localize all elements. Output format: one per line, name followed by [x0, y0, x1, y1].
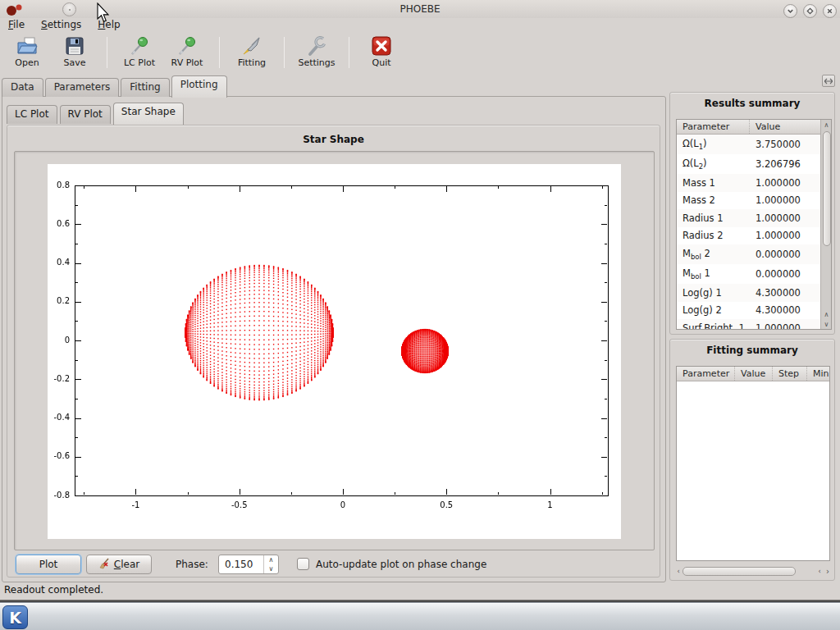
phase-spin-buttons[interactable]: ∧ ∨: [263, 555, 278, 573]
table-row[interactable]: Mbol 10.000000: [677, 264, 831, 284]
phase-spinbox[interactable]: 0.150 ∧ ∨: [218, 555, 279, 574]
value-cell: 1.000000: [749, 194, 801, 206]
parameter-cell: Log(g) 1: [677, 287, 749, 299]
value-cell: 4.300000: [749, 304, 801, 316]
settings-icon: [306, 35, 327, 57]
mouse-cursor: [97, 2, 112, 26]
column-header-value[interactable]: Value: [749, 120, 819, 134]
scroll-up-icon[interactable]: ∧: [821, 309, 833, 319]
minimize-button[interactable]: [783, 4, 797, 18]
titlebar[interactable]: PHOEBE: [0, 0, 840, 18]
scroll-up-icon[interactable]: ∧: [821, 120, 833, 130]
value-cell: 4.300000: [749, 287, 801, 299]
parameter-cell: Ω(L1): [677, 138, 749, 151]
fitting-toolbar-button[interactable]: Fitting: [228, 34, 276, 72]
quit-toolbar-button[interactable]: Quit: [358, 34, 405, 72]
plot-button[interactable]: Plot: [16, 555, 81, 574]
scrollbar-thumb[interactable]: [823, 131, 831, 246]
column-header-min[interactable]: Min: [806, 367, 830, 381]
detach-panel-button[interactable]: [822, 75, 835, 87]
scroll-left-icon[interactable]: ‹: [815, 566, 824, 576]
value-cell: 0.000000: [749, 268, 801, 280]
value-cell: 1.000000: [749, 212, 801, 224]
menu-settings[interactable]: Settings: [39, 18, 84, 33]
table-row[interactable]: Surf.Bright. 11.000000: [677, 319, 831, 330]
spin-up-icon[interactable]: ∧: [264, 555, 278, 564]
table-row[interactable]: Radius 11.000000: [677, 209, 831, 227]
open-toolbar-button[interactable]: Open: [3, 34, 51, 72]
parameter-cell: Surf.Bright. 1: [677, 322, 749, 330]
subtab-star-shape[interactable]: Star Shape: [113, 103, 184, 125]
plot-frame: [14, 151, 655, 550]
phase-value[interactable]: 0.150: [219, 555, 263, 573]
toolbar-button-label: Save: [63, 57, 85, 68]
toolbar-button-label: Fitting: [238, 57, 266, 68]
table-row[interactable]: Ω(L1)3.750000: [677, 135, 831, 154]
results-table-header: ParameterValue: [677, 120, 831, 135]
scrollbar-thumb[interactable]: [682, 567, 796, 576]
kde-menu-button[interactable]: K: [2, 605, 28, 629]
table-row[interactable]: Mass 11.000000: [677, 174, 831, 192]
tab-fitting[interactable]: Fitting: [121, 78, 169, 97]
results-table: ParameterValue Ω(L1)3.750000Ω(L2)3.20679…: [676, 119, 832, 330]
phase-label: Phase:: [176, 559, 208, 570]
save-toolbar-button[interactable]: Save: [51, 34, 98, 72]
column-header-parameter[interactable]: Parameter: [677, 367, 734, 381]
table-row[interactable]: Radius 21.000000: [677, 227, 831, 245]
quit-icon: [371, 35, 392, 57]
tab-data[interactable]: Data: [2, 78, 43, 97]
scroll-down-icon[interactable]: ∨: [821, 319, 833, 329]
lc-plot-toolbar-button[interactable]: LC Plot: [116, 34, 163, 72]
parameter-cell: Mass 2: [677, 194, 749, 206]
toolbar-separator: [219, 37, 220, 68]
tab-plotting[interactable]: Plotting: [171, 75, 227, 98]
statusbar: Readout completed.: [0, 584, 840, 600]
table-row[interactable]: Mass 21.000000: [677, 192, 831, 210]
clear-button-label: Clear: [114, 559, 139, 570]
lc-plot-icon: [129, 35, 150, 57]
fitting-summary-title: Fitting summary: [670, 345, 834, 356]
clear-button[interactable]: Clear: [86, 555, 152, 574]
table-row[interactable]: Ω(L2)3.206796: [677, 154, 831, 174]
plot-area: [48, 164, 621, 539]
value-cell: 1.000000: [749, 322, 801, 330]
fitting-icon: [241, 35, 262, 57]
column-header-value[interactable]: Value: [734, 367, 772, 381]
column-header-step[interactable]: Step: [772, 367, 806, 381]
fitting-summary-group: Fitting summary ParameterValueStepMinMax…: [669, 339, 835, 581]
toolbar-button-label: Open: [15, 57, 39, 68]
autoupdate-label: Auto-update plot on phase change: [316, 559, 486, 570]
spin-down-icon[interactable]: ∨: [264, 564, 278, 573]
toolbar-button-label: RV Plot: [171, 57, 203, 68]
subtab-lc-plot[interactable]: LC Plot: [7, 105, 57, 124]
tab-parameters[interactable]: Parameters: [45, 78, 120, 97]
scroll-right-icon[interactable]: ›: [824, 566, 832, 576]
table-row[interactable]: Log(g) 24.300000: [677, 302, 831, 320]
plot-controls: Plot Clear Phase: 0.150 ∧ ∨ A: [7, 550, 660, 578]
subtab-rv-plot[interactable]: RV Plot: [60, 105, 111, 124]
results-vertical-scrollbar[interactable]: ∧ ∧ ∨: [820, 120, 832, 329]
toolbar: OpenSaveLC PlotRV PlotFittingSettingsQui…: [0, 33, 840, 74]
desktop: PHOEBE FileSettingsHelp OpenSaveLC PlotR…: [0, 0, 840, 630]
fitting-horizontal-scrollbar[interactable]: ‹ ‹ ›: [674, 565, 832, 577]
close-button[interactable]: [823, 4, 837, 18]
menubar: FileSettingsHelp: [0, 18, 840, 33]
plot-sub-tabbar: LC PlotRV PlotStar Shape: [7, 103, 186, 124]
scroll-left-icon[interactable]: ‹: [674, 566, 682, 576]
phoebe-window: PHOEBE FileSettingsHelp OpenSaveLC PlotR…: [0, 0, 840, 600]
table-row[interactable]: Log(g) 14.300000: [677, 284, 831, 302]
column-header-parameter[interactable]: Parameter: [677, 120, 749, 134]
star-shape-canvas: [48, 164, 621, 539]
maximize-button[interactable]: [803, 4, 817, 18]
toolbar-separator: [349, 37, 349, 68]
settings-toolbar-button[interactable]: Settings: [293, 34, 340, 72]
value-cell: 3.750000: [749, 139, 801, 150]
menu-file[interactable]: File: [6, 18, 27, 33]
toolbar-button-label: LC Plot: [124, 57, 155, 68]
value-cell: 3.206796: [749, 158, 801, 170]
autoupdate-checkbox[interactable]: [297, 558, 309, 570]
results-table-body: Ω(L1)3.750000Ω(L2)3.206796Mass 11.000000…: [677, 135, 831, 330]
table-row[interactable]: Mbol 20.000000: [677, 244, 831, 264]
rv-plot-toolbar-button[interactable]: RV Plot: [163, 34, 211, 72]
parameter-cell: Log(g) 2: [677, 304, 749, 316]
